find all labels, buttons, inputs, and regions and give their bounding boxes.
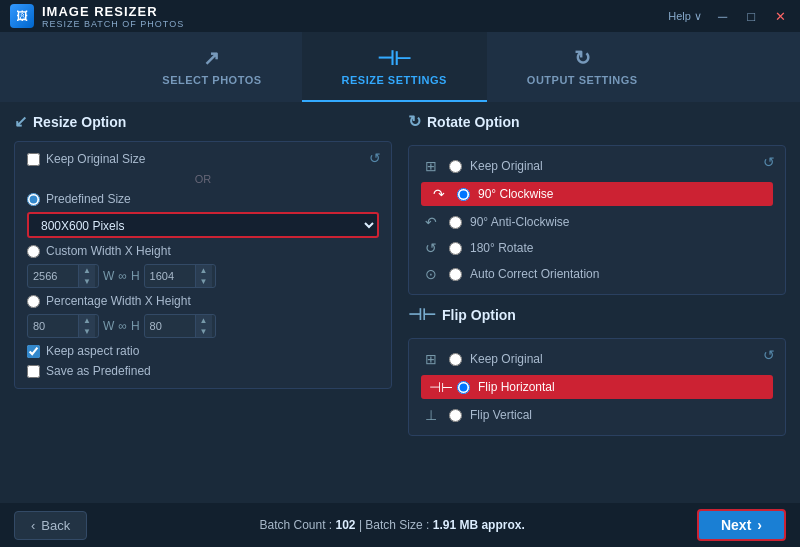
rotate-keep-radio[interactable] — [449, 160, 462, 173]
help-menu[interactable]: Help ∨ — [668, 10, 702, 23]
rotate-90cw-label: 90° Clockwise — [478, 187, 554, 201]
tab-select-photos[interactable]: ↗ SELECT PHOTOS — [122, 32, 301, 102]
tab-nav: ↗ SELECT PHOTOS ⊣⊢ RESIZE SETTINGS ↻ OUT… — [0, 32, 800, 102]
keep-aspect-checkbox[interactable] — [27, 345, 40, 358]
rotate-title-icon: ↻ — [408, 112, 421, 131]
custom-width-spinbox[interactable]: ▲ ▼ — [27, 264, 99, 288]
rotate-90acw-radio[interactable] — [449, 216, 462, 229]
rotate-180-row: ↺ 180° Rotate — [421, 238, 773, 258]
custom-wh-radio[interactable] — [27, 245, 40, 258]
flip-vertical-icon: ⊥ — [421, 407, 441, 423]
rotate-90cw-row: ↷ 90° Clockwise — [421, 182, 773, 206]
rotate-keep-original-row: ⊞ Keep Original — [421, 156, 773, 176]
custom-wh-spinbox-row: ▲ ▼ W ∞ H ▲ ▼ — [27, 264, 379, 288]
pct-wh-spinbox-row: ▲ ▼ W ∞ H ▲ ▼ — [27, 314, 379, 338]
pct-height-input[interactable] — [145, 317, 195, 335]
flip-horizontal-icon: ⊣⊢ — [429, 379, 449, 395]
predefined-size-row: Predefined Size — [27, 192, 379, 206]
tab-select-photos-label: SELECT PHOTOS — [162, 74, 261, 86]
rotate-90cw-radio[interactable] — [457, 188, 470, 201]
custom-width-down[interactable]: ▼ — [79, 276, 95, 287]
rotate-90cw-icon: ↷ — [429, 186, 449, 202]
flip-vertical-row: ⊥ Flip Vertical — [421, 405, 773, 425]
flip-options-box: ↺ ⊞ Keep Original ⊣⊢ Flip Horizontal ⊥ F… — [408, 338, 786, 436]
rotate-180-radio[interactable] — [449, 242, 462, 255]
footer-info: Batch Count : 102 | Batch Size : 1.91 MB… — [259, 518, 524, 532]
resize-option-title: ↙ Resize Option — [14, 112, 392, 131]
pct-height-spinbox[interactable]: ▲ ▼ — [144, 314, 216, 338]
tab-output-settings-label: OUTPUT SETTINGS — [527, 74, 638, 86]
predefined-radio[interactable] — [27, 193, 40, 206]
pct-width-spinbox[interactable]: ▲ ▼ — [27, 314, 99, 338]
pct-w-label: W — [103, 319, 114, 333]
custom-width-arrows: ▲ ▼ — [78, 265, 95, 287]
flip-horizontal-label: Flip Horizontal — [478, 380, 555, 394]
rotate-180-icon: ↺ — [421, 240, 441, 256]
keep-aspect-row: Keep aspect ratio — [27, 344, 379, 358]
rotate-auto-icon: ⊙ — [421, 266, 441, 282]
rotate-180-label: 180° Rotate — [470, 241, 534, 255]
tab-resize-settings[interactable]: ⊣⊢ RESIZE SETTINGS — [302, 32, 487, 102]
resize-option-icon: ↙ — [14, 112, 27, 131]
keep-original-label: Keep Original Size — [46, 152, 145, 166]
flip-keep-label: Keep Original — [470, 352, 543, 366]
flip-vertical-label: Flip Vertical — [470, 408, 532, 422]
titlebar-right: Help ∨ ─ □ ✕ — [668, 9, 790, 24]
pct-h-label: H — [131, 319, 140, 333]
batch-size-prefix: | Batch Size : — [356, 518, 433, 532]
custom-width-input[interactable] — [28, 267, 78, 285]
pct-width-up[interactable]: ▲ — [79, 315, 95, 326]
resize-reset-button[interactable]: ↺ — [369, 150, 381, 166]
custom-height-up[interactable]: ▲ — [196, 265, 212, 276]
save-predefined-checkbox[interactable] — [27, 365, 40, 378]
next-label: Next — [721, 517, 751, 533]
next-button[interactable]: Next › — [697, 509, 786, 541]
back-button[interactable]: ‹ Back — [14, 511, 87, 540]
minimize-button[interactable]: ─ — [714, 9, 731, 24]
keep-aspect-label: Keep aspect ratio — [46, 344, 139, 358]
maximize-button[interactable]: □ — [743, 9, 759, 24]
app-title: IMAGE RESIZER RESIZE BATCH OF PHOTOS — [42, 4, 184, 29]
custom-height-spinbox[interactable]: ▲ ▼ — [144, 264, 216, 288]
custom-height-input[interactable] — [145, 267, 195, 285]
predefined-dropdown-row: 800X600 Pixels 1024X768 Pixels 1280X720 … — [27, 212, 379, 238]
custom-height-down[interactable]: ▼ — [196, 276, 212, 287]
pct-width-down[interactable]: ▼ — [79, 326, 95, 337]
rotate-90acw-row: ↶ 90° Anti-Clockwise — [421, 212, 773, 232]
flip-keep-radio[interactable] — [449, 353, 462, 366]
tab-output-settings[interactable]: ↻ OUTPUT SETTINGS — [487, 32, 678, 102]
rotate-keep-icon: ⊞ — [421, 158, 441, 174]
keep-original-checkbox[interactable] — [27, 153, 40, 166]
pct-wh-radio[interactable] — [27, 295, 40, 308]
predefined-label: Predefined Size — [46, 192, 131, 206]
rotate-90acw-label: 90° Anti-Clockwise — [470, 215, 570, 229]
flip-horizontal-row: ⊣⊢ Flip Horizontal — [421, 375, 773, 399]
flip-horizontal-radio[interactable] — [457, 381, 470, 394]
close-button[interactable]: ✕ — [771, 9, 790, 24]
flip-vertical-radio[interactable] — [449, 409, 462, 422]
resize-option-panel: ↙ Resize Option ↺ Keep Original Size OR … — [14, 112, 392, 493]
pct-width-input[interactable] — [28, 317, 78, 335]
custom-height-arrows: ▲ ▼ — [195, 265, 212, 287]
app-title-sub: RESIZE BATCH OF PHOTOS — [42, 19, 184, 29]
save-predefined-row: Save as Predefined — [27, 364, 379, 378]
next-icon: › — [757, 517, 762, 533]
flip-option-title: ⊣⊢ Flip Option — [408, 305, 786, 324]
save-predefined-label: Save as Predefined — [46, 364, 151, 378]
pct-wh-row: Percentage Width X Height — [27, 294, 379, 308]
rotate-option-title: ↻ Rotate Option — [408, 112, 786, 131]
flip-reset-button[interactable]: ↺ — [763, 347, 775, 363]
flip-title-icon: ⊣⊢ — [408, 305, 436, 324]
rotate-reset-button[interactable]: ↺ — [763, 154, 775, 170]
keep-original-row: Keep Original Size — [27, 152, 379, 166]
rotate-auto-label: Auto Correct Orientation — [470, 267, 599, 281]
pct-height-up[interactable]: ▲ — [196, 315, 212, 326]
custom-width-up[interactable]: ▲ — [79, 265, 95, 276]
back-icon: ‹ — [31, 518, 35, 533]
pct-height-down[interactable]: ▼ — [196, 326, 212, 337]
width-label: W — [103, 269, 114, 283]
rotate-auto-radio[interactable] — [449, 268, 462, 281]
predefined-size-select[interactable]: 800X600 Pixels 1024X768 Pixels 1280X720 … — [27, 212, 379, 238]
footer: ‹ Back Batch Count : 102 | Batch Size : … — [0, 503, 800, 547]
rotate-auto-row: ⊙ Auto Correct Orientation — [421, 264, 773, 284]
